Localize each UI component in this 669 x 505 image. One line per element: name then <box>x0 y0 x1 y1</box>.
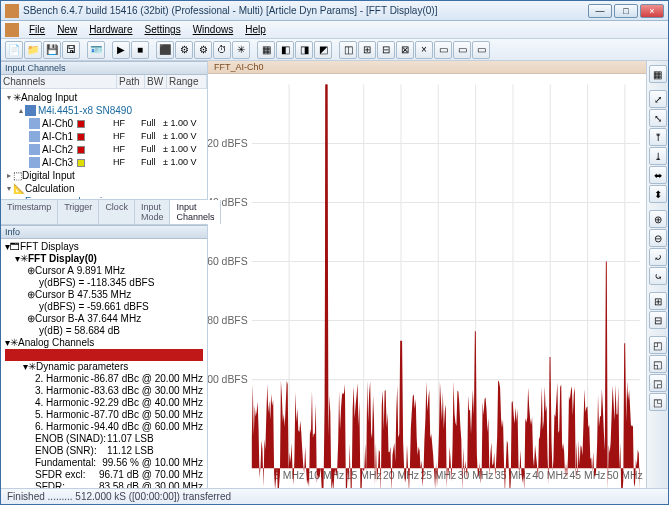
toolbar-btn-18[interactable]: ◨ <box>295 41 313 59</box>
toolbar-btn-2[interactable]: 💾 <box>43 41 61 59</box>
right-btn-5[interactable]: ⤓ <box>649 147 667 165</box>
tree-analog-input[interactable]: Analog Input <box>21 91 77 104</box>
toolbar-btn-13[interactable]: ⏱ <box>213 41 231 59</box>
toolbar-btn-0[interactable]: 📄 <box>5 41 23 59</box>
right-btn-14[interactable]: ⊞ <box>649 292 667 310</box>
menu-file[interactable]: File <box>23 24 51 35</box>
toolbar-btn-26[interactable]: ▭ <box>434 41 452 59</box>
right-btn-20[interactable]: ◳ <box>649 393 667 411</box>
tab-input-mode[interactable]: Input Mode <box>135 200 171 224</box>
app-icon <box>5 4 19 18</box>
plot-area[interactable]: -20 dBFS-40 dBFS-60 dBFS-80 dBFS-100 dBF… <box>208 74 646 488</box>
toolbar-btn-12[interactable]: ⚙ <box>194 41 212 59</box>
close-button[interactable]: × <box>640 4 664 18</box>
menu-hardware[interactable]: Hardware <box>83 24 138 35</box>
info-highlight-row[interactable] <box>5 349 203 361</box>
channels-tree[interactable]: ▾✳ Analog Input ▴M4i.4451-x8 SN8490 AI-C… <box>1 89 207 199</box>
toolbar-btn-23[interactable]: ⊟ <box>377 41 395 59</box>
app-icon-small <box>5 23 19 37</box>
status-bar: Finished ......... 512.000 kS ([00:00:00… <box>1 488 668 504</box>
toolbar-btn-8[interactable]: ■ <box>131 41 149 59</box>
svg-text:35 MHz: 35 MHz <box>495 470 531 481</box>
right-btn-11[interactable]: ⤾ <box>649 248 667 266</box>
channel-row[interactable]: AI-Ch2HFFull± 1.00 V <box>5 143 203 156</box>
right-btn-6[interactable]: ⬌ <box>649 166 667 184</box>
toolbar-btn-25[interactable]: × <box>415 41 433 59</box>
toolbar-btn-5[interactable]: 🪪 <box>87 41 105 59</box>
right-btn-17[interactable]: ◰ <box>649 336 667 354</box>
right-btn-2[interactable]: ⤢ <box>649 90 667 108</box>
harmonic-row: 3. Harmonic-83.63 dBc @ 30.00 MHz <box>5 385 203 397</box>
right-btn-4[interactable]: ⤒ <box>649 128 667 146</box>
input-channels-title: Input Channels <box>1 61 207 75</box>
tree-card[interactable]: M4i.4451-x8 SN8490 <box>38 104 132 117</box>
plot-panel: FFT_AI-Ch0 -20 dBFS-40 dBFS-60 dBFS-80 d… <box>208 61 646 488</box>
right-btn-12[interactable]: ⤿ <box>649 267 667 285</box>
toolbar-btn-17[interactable]: ◧ <box>276 41 294 59</box>
left-tabs: TimestampTriggerClockInput ModeInput Cha… <box>1 199 207 225</box>
menu-help[interactable]: Help <box>239 24 272 35</box>
col-path[interactable]: Path <box>117 75 145 88</box>
toolbar-btn-16[interactable]: ▦ <box>257 41 275 59</box>
toolbar-btn-11[interactable]: ⚙ <box>175 41 193 59</box>
col-channels[interactable]: Channels <box>1 75 117 88</box>
harmonic-row: 6. Harmonic-94.40 dBc @ 60.00 MHz <box>5 421 203 433</box>
toolbar-btn-28[interactable]: ▭ <box>472 41 490 59</box>
col-range[interactable]: Range <box>167 75 207 88</box>
maximize-button[interactable]: □ <box>614 4 638 18</box>
metric-row: ENOB (SINAD):11.07 LSB <box>5 433 203 445</box>
right-btn-15[interactable]: ⊟ <box>649 311 667 329</box>
left-sidebar: Input Channels Channels Path BW Range ▾✳… <box>1 61 208 488</box>
right-btn-9[interactable]: ⊕ <box>649 210 667 228</box>
tree-digital-input[interactable]: Digital Input <box>22 169 75 182</box>
right-btn-0[interactable]: ▦ <box>649 65 667 83</box>
channel-row[interactable]: AI-Ch0HFFull± 1.00 V <box>5 117 203 130</box>
right-btn-10[interactable]: ⊖ <box>649 229 667 247</box>
svg-text:50 MHz: 50 MHz <box>607 470 643 481</box>
status-text: Finished ......... 512.000 kS ([00:00:00… <box>7 491 231 502</box>
svg-text:-100 dBFS: -100 dBFS <box>208 374 248 385</box>
col-bw[interactable]: BW <box>145 75 167 88</box>
right-btn-7[interactable]: ⬍ <box>649 185 667 203</box>
channel-row[interactable]: AI-Ch1HFFull± 1.00 V <box>5 130 203 143</box>
right-btn-19[interactable]: ◲ <box>649 374 667 392</box>
menu-new[interactable]: New <box>51 24 83 35</box>
metric-row: SFDR excl:96.71 dB @ 70.00 MHz <box>5 469 203 481</box>
metric-row: SFDR:83.58 dB @ 30.00 MHz <box>5 481 203 488</box>
tab-clock[interactable]: Clock <box>99 200 135 224</box>
info-tree[interactable]: ▾🗔 FFT Displays ▾✳ FFT Display(0) ⊕ Curs… <box>1 239 207 488</box>
toolbar-btn-1[interactable]: 📁 <box>24 41 42 59</box>
toolbar-btn-19[interactable]: ◩ <box>314 41 332 59</box>
info-dyn-params[interactable]: Dynamic parameters <box>36 361 128 373</box>
info-fft-display0[interactable]: FFT Display(0) <box>28 253 97 265</box>
toolbar-btn-7[interactable]: ▶ <box>112 41 130 59</box>
tree-calculation[interactable]: Calculation <box>25 182 74 195</box>
window-titlebar: SBench 6.4.7 build 15416 (32bit) (Profes… <box>1 1 668 21</box>
toolbar-btn-3[interactable]: 🖫 <box>62 41 80 59</box>
toolbar-btn-14[interactable]: ✳ <box>232 41 250 59</box>
toolbar-btn-10[interactable]: ⬛ <box>156 41 174 59</box>
minimize-button[interactable]: — <box>588 4 612 18</box>
window-title: SBench 6.4.7 build 15416 (32bit) (Profes… <box>23 5 588 16</box>
toolbar-btn-27[interactable]: ▭ <box>453 41 471 59</box>
channel-row[interactable]: AI-Ch3HFFull± 1.00 V <box>5 156 203 169</box>
tab-timestamp[interactable]: Timestamp <box>1 200 58 224</box>
menu-windows[interactable]: Windows <box>187 24 240 35</box>
svg-text:45 MHz: 45 MHz <box>570 470 606 481</box>
menu-settings[interactable]: Settings <box>139 24 187 35</box>
toolbar-btn-21[interactable]: ◫ <box>339 41 357 59</box>
harmonic-row: 4. Harmonic-92.29 dBc @ 40.00 MHz <box>5 397 203 409</box>
toolbar-btn-22[interactable]: ⊞ <box>358 41 376 59</box>
info-title: Info <box>1 225 207 239</box>
right-btn-18[interactable]: ◱ <box>649 355 667 373</box>
info-analog-channels[interactable]: Analog Channels <box>18 337 94 349</box>
info-fft-displays[interactable]: FFT Displays <box>20 241 79 253</box>
right-toolbar: ▦⤢⤡⤒⤓⬌⬍⊕⊖⤾⤿⊞⊟◰◱◲◳ <box>646 61 668 488</box>
toolbar: 📄📁💾🖫🪪▶■⬛⚙⚙⏱✳▦◧◨◩◫⊞⊟⊠×▭▭▭ <box>1 39 668 61</box>
metric-row: ENOB (SNR):11.12 LSB <box>5 445 203 457</box>
toolbar-btn-24[interactable]: ⊠ <box>396 41 414 59</box>
tab-input-channels[interactable]: Input Channels <box>170 200 221 224</box>
tab-trigger[interactable]: Trigger <box>58 200 99 224</box>
svg-text:-80 dBFS: -80 dBFS <box>208 315 248 326</box>
right-btn-3[interactable]: ⤡ <box>649 109 667 127</box>
